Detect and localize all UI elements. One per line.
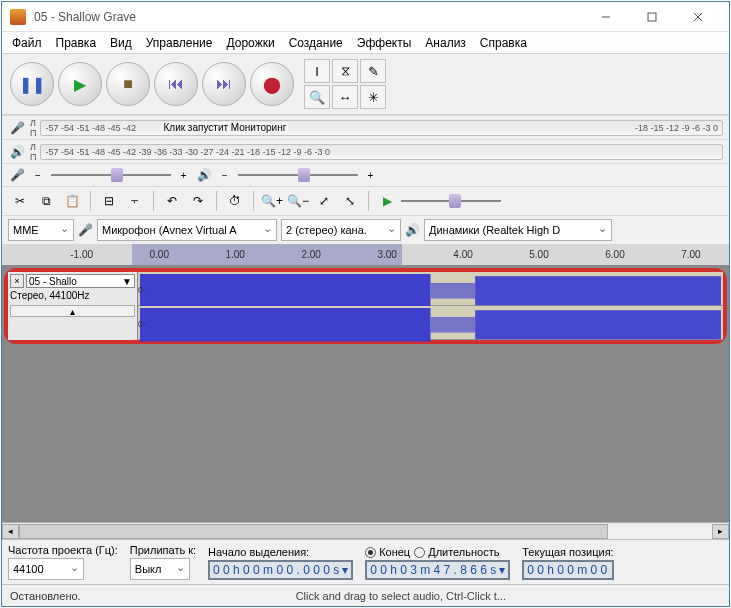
maximize-button[interactable] (629, 2, 675, 32)
menu-view[interactable]: Вид (104, 34, 138, 52)
snap-label: Прилипать к: (130, 544, 196, 556)
play-speed-slider[interactable] (401, 194, 501, 208)
speaker-icon: 🔊 (8, 145, 26, 159)
menu-tracks[interactable]: Дорожки (221, 34, 281, 52)
track-info: Стерео, 44100Hz (10, 288, 135, 303)
track-1: × 05 - Shallo▼ Стерео, 44100Hz ▴ 0- 0- (4, 268, 727, 344)
menu-generate[interactable]: Создание (283, 34, 349, 52)
playback-meter[interactable]: -57 -54 -51 -48 -45 -42 -39 -36 -33 -30 … (40, 144, 723, 160)
cut-button[interactable]: ✂ (8, 190, 32, 212)
playback-device-combo[interactable]: Динамики (Realtek High D (424, 219, 612, 241)
svg-rect-8 (430, 317, 475, 333)
host-combo[interactable]: MME (8, 219, 74, 241)
project-rate-combo[interactable]: 44100 (8, 558, 84, 580)
waveform-left (140, 274, 721, 308)
waveform-area[interactable]: 0- 0- (138, 272, 723, 340)
play-vol-icon: 🔊 (197, 168, 212, 182)
trim-button[interactable]: ⊟ (97, 190, 121, 212)
play-button[interactable]: ▶ (58, 62, 102, 106)
svg-rect-9 (475, 310, 721, 339)
track-close-button[interactable]: × (10, 274, 24, 288)
mic-device-icon: 🎤 (78, 223, 93, 237)
envelope-tool[interactable]: ⧖ (332, 59, 358, 83)
copy-button[interactable]: ⧉ (34, 190, 58, 212)
skip-end-button[interactable]: ⏭ (202, 62, 246, 106)
fit-selection-button[interactable]: ⤢ (312, 190, 336, 212)
track-header[interactable]: × 05 - Shallo▼ Стерео, 44100Hz ▴ (8, 272, 138, 340)
selection-bar: Частота проекта (Гц): 44100 Прилипать к:… (2, 539, 729, 584)
play-at-speed-button[interactable]: ▶ (375, 190, 399, 212)
menu-effects[interactable]: Эффекты (351, 34, 418, 52)
silence-button[interactable]: ⫟ (123, 190, 147, 212)
scroll-left-button[interactable]: ◂ (2, 524, 19, 539)
selection-start-label: Начало выделения: (208, 546, 353, 558)
multi-tool[interactable]: ✳ (360, 85, 386, 109)
window-title: 05 - Shallow Grave (34, 10, 583, 24)
sync-lock-button[interactable]: ⏱ (223, 190, 247, 212)
record-button[interactable]: ⬤ (250, 62, 294, 106)
device-toolbar: MME 🎤 Микрофон (Avnex Virtual A 2 (стере… (2, 215, 729, 244)
redo-button[interactable]: ↷ (186, 190, 210, 212)
channels-combo[interactable]: 2 (стерео) кана. (281, 219, 401, 241)
zoom-out-button[interactable]: 🔍− (286, 190, 310, 212)
horizontal-scrollbar[interactable]: ◂ ▸ (2, 522, 729, 539)
menu-control[interactable]: Управление (140, 34, 219, 52)
track-name-dropdown[interactable]: 05 - Shallo▼ (26, 274, 135, 288)
record-meter[interactable]: -57 -54 -51 -48 -45 -42-18 -15 -12 -9 -6… (40, 120, 723, 136)
selection-tool[interactable]: I (304, 59, 330, 83)
skip-start-button[interactable]: ⏮ (154, 62, 198, 106)
statusbar: Остановлено. Click and drag to select au… (2, 584, 729, 606)
titlebar: 05 - Shallow Grave (2, 2, 729, 32)
project-rate-label: Частота проекта (Гц): (8, 544, 118, 556)
mic-icon: 🎤 (8, 121, 26, 135)
svg-rect-6 (475, 276, 721, 305)
status-left: Остановлено. (10, 590, 81, 602)
draw-tool[interactable]: ✎ (360, 59, 386, 83)
app-icon (10, 9, 26, 25)
selection-start-time[interactable]: 0 0 h 0 0 m 0 0 . 0 0 0 s▾ (208, 560, 353, 580)
tool-palette: I ⧖ ✎ 🔍 ↔ ✳ (304, 59, 394, 109)
status-hint: Click and drag to select audio, Ctrl-Cli… (81, 590, 721, 602)
menu-help[interactable]: Справка (474, 34, 533, 52)
playback-volume-slider[interactable] (238, 168, 358, 182)
menu-file[interactable]: Файл (6, 34, 48, 52)
record-device-combo[interactable]: Микрофон (Avnex Virtual A (97, 219, 277, 241)
minimize-button[interactable] (583, 2, 629, 32)
timeline-area: -1.00 0.00 1.00 2.00 3.00 4.00 5.00 6.00… (2, 244, 729, 522)
rec-vol-icon: 🎤 (10, 168, 25, 182)
svg-rect-1 (648, 13, 656, 21)
edit-toolbar: ✂ ⧉ 📋 ⊟ ⫟ ↶ ↷ ⏱ 🔍+ 🔍− ⤢ ⤡ ▶ (2, 186, 729, 215)
monitoring-hint: Клик запустит Мониторинг (161, 122, 288, 133)
svg-rect-7 (140, 308, 430, 342)
stop-button[interactable]: ■ (106, 62, 150, 106)
transport-toolbar: ❚❚ ▶ ■ ⏮ ⏭ ⬤ I ⧖ ✎ 🔍 ↔ ✳ (2, 54, 729, 115)
end-radio[interactable]: Конец (365, 546, 410, 558)
audio-position-label: Текущая позиция: (522, 546, 613, 558)
paste-button[interactable]: 📋 (60, 190, 84, 212)
zoom-tool[interactable]: 🔍 (304, 85, 330, 109)
scroll-right-button[interactable]: ▸ (712, 524, 729, 539)
length-radio[interactable]: Длительность (414, 546, 499, 558)
menubar: Файл Правка Вид Управление Дорожки Созда… (2, 32, 729, 54)
menu-analyze[interactable]: Анализ (419, 34, 472, 52)
waveform-right (140, 308, 721, 342)
timeshift-tool[interactable]: ↔ (332, 85, 358, 109)
record-meter-row: 🎤 ЛП -57 -54 -51 -48 -45 -42-18 -15 -12 … (2, 115, 729, 139)
time-ruler[interactable]: -1.00 0.00 1.00 2.00 3.00 4.00 5.00 6.00… (2, 244, 729, 266)
pause-button[interactable]: ❚❚ (10, 62, 54, 106)
track-collapse-button[interactable]: ▴ (10, 305, 135, 317)
zoom-in-button[interactable]: 🔍+ (260, 190, 284, 212)
fit-project-button[interactable]: ⤡ (338, 190, 362, 212)
menu-edit[interactable]: Правка (50, 34, 103, 52)
svg-rect-4 (140, 274, 430, 308)
record-volume-slider[interactable] (51, 168, 171, 182)
selection-end-time[interactable]: 0 0 h 0 3 m 4 7 . 8 6 6 s▾ (365, 560, 510, 580)
playback-meter-row: 🔊 ЛП -57 -54 -51 -48 -45 -42 -39 -36 -33… (2, 139, 729, 163)
snap-combo[interactable]: Выкл (130, 558, 190, 580)
svg-rect-5 (430, 283, 475, 299)
speaker-device-icon: 🔊 (405, 223, 420, 237)
audio-position-time[interactable]: 0 0 h 0 0 m 0 0 (522, 560, 613, 580)
scroll-thumb[interactable] (19, 524, 608, 539)
undo-button[interactable]: ↶ (160, 190, 184, 212)
close-button[interactable] (675, 2, 721, 32)
